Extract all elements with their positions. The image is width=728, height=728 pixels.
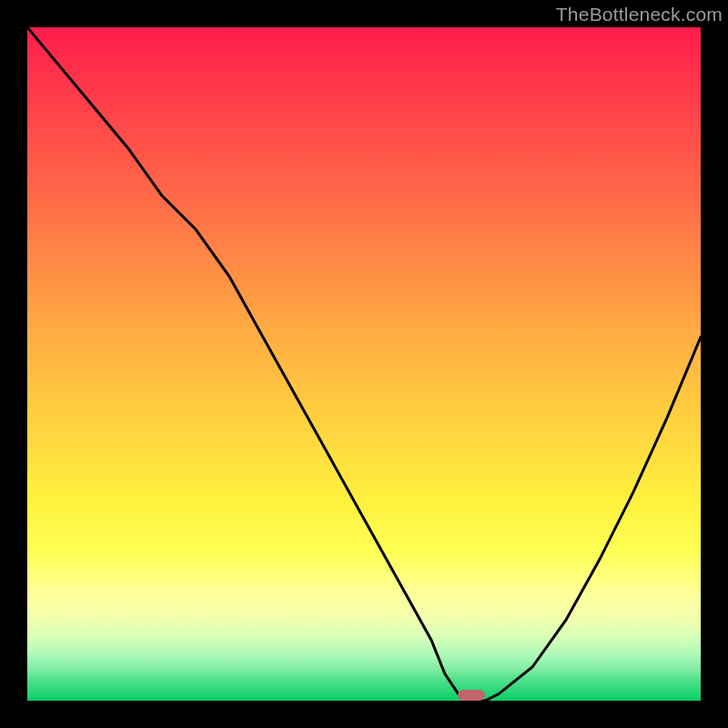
curve-svg bbox=[27, 27, 701, 701]
bottleneck-curve-path bbox=[27, 27, 701, 701]
chart-frame: TheBottleneck.com bbox=[0, 0, 728, 728]
watermark-text: TheBottleneck.com bbox=[556, 4, 723, 25]
optimal-marker bbox=[458, 690, 485, 701]
plot-area bbox=[27, 27, 701, 701]
